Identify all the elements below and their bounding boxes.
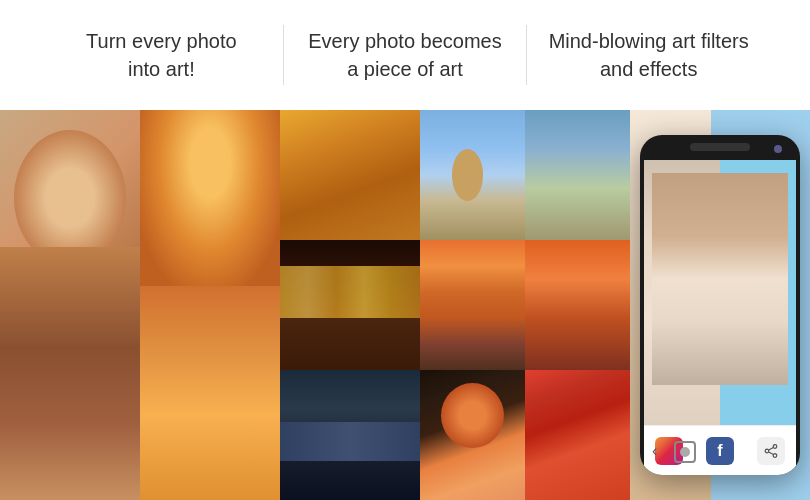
main-gallery: ‹ f bbox=[0, 110, 810, 500]
phone-person bbox=[652, 173, 789, 385]
header-panel-3-line2: and effects bbox=[600, 58, 697, 80]
header-panel-1-line2: into art! bbox=[128, 58, 195, 80]
svg-line-4 bbox=[768, 452, 773, 455]
market-scene-image bbox=[280, 240, 420, 370]
phone-bottom-bar: ‹ f bbox=[644, 425, 796, 475]
svg-line-3 bbox=[768, 447, 773, 450]
header-panel-1: Turn every photo into art! bbox=[40, 27, 283, 83]
orange-woman-image bbox=[140, 110, 280, 500]
svg-point-1 bbox=[765, 449, 769, 453]
phone-back-icon[interactable]: ‹ bbox=[652, 442, 657, 460]
header-panel-3: Mind-blowing art filters and effects bbox=[527, 27, 770, 83]
phone-panel: ‹ f bbox=[630, 110, 810, 500]
coastal-sunset-image bbox=[420, 240, 525, 370]
svg-point-0 bbox=[773, 444, 777, 448]
share-icon[interactable] bbox=[757, 437, 785, 465]
boat-scene-image bbox=[280, 370, 420, 500]
panel-mid-grid bbox=[140, 110, 420, 500]
header-panel-2-line1: Every photo becomes bbox=[308, 30, 501, 52]
panel-left-portrait bbox=[0, 110, 140, 500]
portrait-woman-image bbox=[0, 110, 140, 500]
share-svg bbox=[764, 444, 778, 458]
phone-camera-icon[interactable] bbox=[674, 441, 696, 463]
sky-field-image bbox=[420, 110, 525, 240]
header-panel-1-line1: Turn every photo bbox=[86, 30, 236, 52]
phone-device: ‹ f bbox=[640, 135, 800, 475]
header-panel-2-line2: a piece of art bbox=[347, 58, 463, 80]
panel-right-grid bbox=[420, 110, 630, 500]
facebook-icon[interactable]: f bbox=[706, 437, 734, 465]
sunset-image-2 bbox=[525, 240, 630, 370]
field-image-2 bbox=[525, 110, 630, 240]
colorful-portrait-image bbox=[525, 370, 630, 500]
header-panel-2: Every photo becomes a piece of art bbox=[284, 27, 527, 83]
small-woman-image bbox=[280, 110, 420, 240]
header-panel-3-line1: Mind-blowing art filters bbox=[549, 30, 749, 52]
svg-point-2 bbox=[773, 453, 777, 457]
smiling-woman-image bbox=[420, 370, 525, 500]
phone-screen bbox=[644, 160, 796, 425]
header: Turn every photo into art! Every photo b… bbox=[0, 0, 810, 110]
